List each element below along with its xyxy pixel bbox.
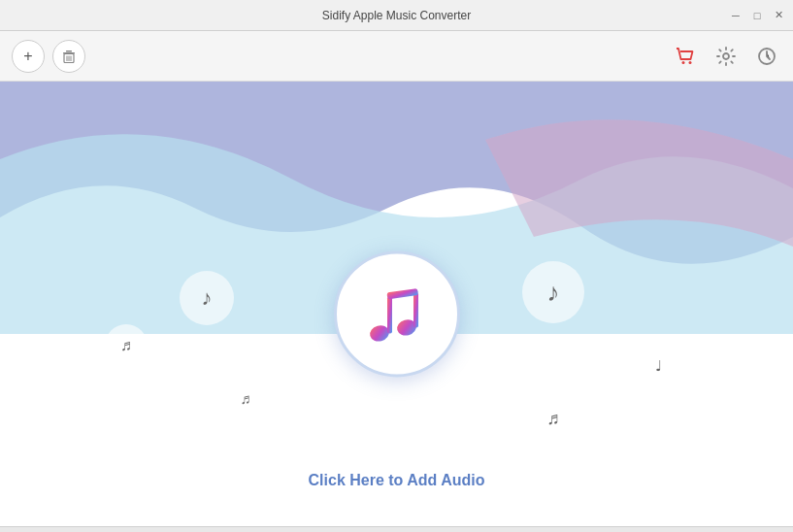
svg-point-7 bbox=[689, 61, 692, 64]
settings-button[interactable] bbox=[711, 42, 741, 71]
note-circle-6: ♬ bbox=[532, 397, 575, 440]
history-icon bbox=[756, 46, 777, 67]
svg-rect-1 bbox=[66, 50, 72, 52]
window-controls: ─ □ ✕ bbox=[729, 9, 785, 22]
note-circle-2: ♬ bbox=[105, 324, 148, 367]
delete-button[interactable] bbox=[52, 40, 85, 73]
cart-icon bbox=[675, 46, 696, 67]
apple-music-icon bbox=[358, 275, 436, 352]
svg-point-8 bbox=[723, 53, 729, 59]
app-title: Sidify Apple Music Converter bbox=[322, 9, 471, 22]
note-circle-3: ♬ bbox=[228, 381, 263, 416]
close-button[interactable]: ✕ bbox=[772, 9, 785, 22]
note-circle-5: ♩ bbox=[641, 349, 676, 383]
bottom-bar: Convert bbox=[0, 526, 793, 532]
note-circle-1: ♪ bbox=[180, 271, 234, 325]
minimize-button[interactable]: ─ bbox=[729, 9, 743, 22]
svg-rect-12 bbox=[387, 296, 392, 333]
add-button[interactable]: + bbox=[12, 40, 45, 73]
title-bar: Sidify Apple Music Converter ─ □ ✕ bbox=[0, 0, 793, 31]
trash-icon bbox=[61, 49, 77, 64]
gear-icon bbox=[715, 46, 737, 67]
center-logo[interactable] bbox=[334, 250, 460, 377]
add-audio-link[interactable]: Click Here to Add Audio bbox=[309, 472, 485, 489]
main-content[interactable]: ♪ ♬ ♬ ♪ ♩ ♬ bbox=[0, 82, 793, 526]
history-button[interactable] bbox=[752, 42, 781, 71]
toolbar: + bbox=[0, 31, 793, 82]
svg-rect-13 bbox=[413, 292, 418, 327]
cart-button[interactable] bbox=[671, 42, 700, 71]
note-circle-4: ♪ bbox=[522, 261, 584, 323]
toolbar-right bbox=[671, 42, 781, 71]
maximize-button[interactable]: □ bbox=[750, 9, 764, 22]
svg-point-6 bbox=[682, 61, 685, 64]
toolbar-left: + bbox=[12, 40, 85, 73]
